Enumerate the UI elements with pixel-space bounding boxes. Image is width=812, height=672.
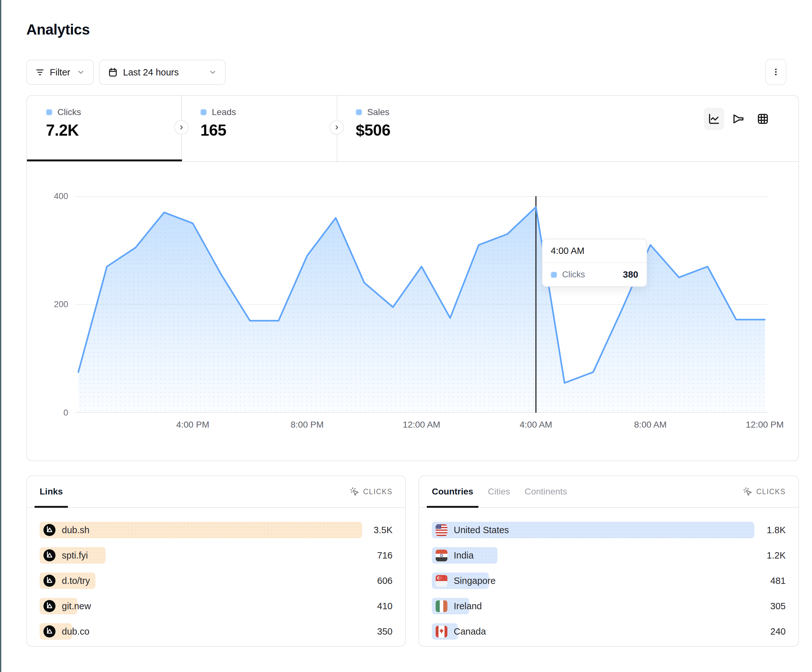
chart-tooltip: 4:00 AM Clicks 380: [542, 239, 647, 287]
line-chart-icon: [707, 112, 721, 126]
expand-clicks-chevron-button[interactable]: [174, 120, 189, 135]
countries-panel: Countries Cities Continents CLICKS: [418, 476, 799, 646]
country-row-canada[interactable]: Canada 240: [432, 623, 786, 640]
y-axis-tick-label: 200: [39, 300, 68, 309]
x-axis-tick-label: 8:00 AM: [634, 420, 667, 430]
expand-leads-chevron-button[interactable]: [329, 120, 344, 135]
us-flag-icon: [436, 524, 447, 536]
clicks-tab-label: Clicks: [57, 107, 81, 117]
country-value: 240: [771, 626, 786, 637]
canada-flag-icon: [436, 626, 447, 638]
more-options-button[interactable]: [765, 59, 786, 85]
india-flag-icon: [436, 550, 447, 561]
links-panel: Links CLICKS dub.sh 3.5K: [26, 476, 406, 646]
clicks-area-chart[interactable]: 4:00 AM Clicks 380: [75, 196, 768, 413]
x-axis-tick-label: 8:00 PM: [291, 420, 324, 430]
tab-links[interactable]: Links: [34, 476, 68, 507]
countries-rows: United States 1.8K India 1.2K: [419, 508, 798, 640]
link-label: d.to/try: [62, 576, 90, 586]
tab-cities[interactable]: Cities: [483, 476, 515, 507]
links-metric-label: CLICKS: [363, 488, 392, 496]
funnel-chart-icon: [732, 112, 745, 126]
dub-logo-icon: [43, 600, 55, 612]
tab-leads[interactable]: Leads 165: [181, 96, 337, 161]
links-tab-label: Links: [39, 486, 63, 497]
clicks-tab-value: 7.2K: [46, 121, 181, 140]
tab-countries[interactable]: Countries: [427, 476, 478, 507]
link-row-dub-co[interactable]: dub.co 350: [39, 623, 392, 640]
chevron-down-icon: [77, 68, 85, 77]
funnel-view-button[interactable]: [728, 108, 749, 130]
link-value: 350: [377, 626, 392, 637]
ireland-flag-icon: [436, 600, 447, 612]
countries-metric[interactable]: CLICKS: [743, 487, 786, 496]
country-row-india[interactable]: India 1.2K: [432, 547, 786, 564]
y-axis-tick-label: 0: [39, 408, 68, 418]
link-row-dub-sh[interactable]: dub.sh 3.5K: [39, 522, 392, 538]
link-label: dub.sh: [62, 525, 89, 536]
country-row-singapore[interactable]: Singapore 481: [432, 573, 786, 589]
date-range-label: Last 24 hours: [123, 67, 179, 78]
links-rows: dub.sh 3.5K spti.fyi 716: [27, 508, 405, 640]
window-edge-strip: [0, 0, 1, 672]
dub-logo-icon: [43, 625, 55, 638]
sales-tab-value: $506: [356, 121, 492, 140]
link-row-git-new[interactable]: git.new 410: [39, 598, 392, 614]
dub-logo-icon: [43, 524, 55, 536]
leads-series-bullet-icon: [200, 109, 207, 115]
singapore-flag-icon: [436, 575, 447, 587]
country-value: 481: [771, 576, 786, 586]
x-axis-tick-label: 4:00 PM: [176, 420, 209, 430]
link-label: git.new: [62, 601, 91, 611]
country-label: Singapore: [454, 576, 496, 586]
sales-series-bullet-icon: [356, 109, 362, 115]
countries-tab-label: Countries: [432, 486, 473, 497]
tab-clicks[interactable]: Clicks 7.2K: [27, 96, 181, 161]
link-row-d-to-try[interactable]: d.to/try 606: [39, 573, 392, 589]
tooltip-series-label: Clicks: [562, 270, 585, 280]
table-view-button[interactable]: [753, 108, 773, 130]
link-row-spti-fyi[interactable]: spti.fyi 716: [39, 547, 392, 564]
country-value: 1.2K: [767, 550, 786, 561]
filter-icon: [35, 68, 45, 77]
analytics-page: Analytics Filter Last 24 hours Cl: [0, 0, 812, 672]
links-metric[interactable]: CLICKS: [350, 487, 392, 496]
country-row-united-states[interactable]: United States 1.8K: [432, 522, 786, 538]
link-label: dub.co: [62, 626, 89, 637]
link-value: 606: [377, 576, 392, 586]
stats-tab-row: Clicks 7.2K Leads 165 Sales $506: [27, 96, 798, 162]
x-axis-tick-label: 12:00 AM: [403, 420, 440, 430]
link-value: 3.5K: [374, 525, 392, 536]
country-label: Ireland: [454, 601, 482, 611]
link-label: spti.fyi: [62, 550, 88, 561]
dub-logo-icon: [43, 549, 55, 561]
sales-tab-label: Sales: [367, 107, 389, 117]
cities-tab-label: Cities: [488, 486, 510, 497]
chart-area-dots: [78, 207, 765, 413]
filter-button-label: Filter: [50, 67, 70, 78]
filter-button[interactable]: Filter: [26, 60, 94, 85]
tooltip-value: 380: [623, 269, 638, 280]
kebab-menu-icon: [771, 68, 780, 77]
chevron-right-icon: [177, 124, 185, 131]
country-row-ireland[interactable]: Ireland 305: [432, 598, 786, 614]
chevron-down-icon: [209, 68, 217, 77]
country-value: 1.8K: [767, 525, 786, 536]
chart-canvas: [75, 196, 768, 413]
date-range-button[interactable]: Last 24 hours: [99, 60, 226, 85]
countries-metric-label: CLICKS: [756, 488, 786, 496]
cursor-click-icon: [350, 487, 359, 496]
leads-tab-value: 165: [200, 121, 337, 140]
tab-continents[interactable]: Continents: [520, 476, 572, 507]
continents-tab-label: Continents: [525, 486, 567, 497]
active-tab-underline: [27, 159, 182, 161]
country-label: Canada: [454, 626, 486, 637]
x-axis-tick-label: 4:00 AM: [520, 420, 552, 430]
grid-icon: [756, 112, 769, 126]
country-value: 305: [771, 601, 786, 611]
line-chart-view-button[interactable]: [704, 108, 724, 130]
tooltip-series-bullet-icon: [551, 272, 557, 278]
cursor-click-icon: [743, 487, 752, 496]
leads-tab-label: Leads: [212, 107, 236, 117]
tab-sales[interactable]: Sales $506: [337, 96, 492, 161]
